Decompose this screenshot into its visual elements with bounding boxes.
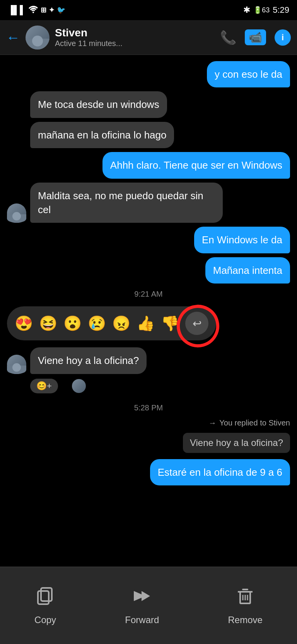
message-bubble[interactable]: Viene hoy a la oficina? <box>30 347 147 374</box>
contact-info[interactable]: Stiven Active 11 minutes... <box>55 27 215 48</box>
sim-icon: ⊞ <box>41 6 46 14</box>
message-row: mañana en la oficina lo hago <box>7 122 290 148</box>
svg-rect-0 <box>41 588 52 601</box>
message-row: En Windows le da <box>7 227 290 253</box>
call-icon[interactable]: 📞 <box>220 30 236 45</box>
signal-icon: ▐▌▌ <box>8 5 26 15</box>
chat-header: ← Stiven Active 11 minutes... 📞 📹 i <box>0 20 297 55</box>
reaction-angry[interactable]: 😠 <box>112 315 130 332</box>
battery-icon: 🔋63 <box>253 6 270 14</box>
message-row: Me toca desde un windows <box>7 91 290 118</box>
message-row: Ahhh claro. Tiene que ser en Windows <box>7 152 290 178</box>
extra-icon: ✦ <box>49 6 55 14</box>
emoji-plus-icon: 😊+ <box>36 381 52 391</box>
message-bubble[interactable]: y con eso le da <box>207 61 290 87</box>
message-bubble[interactable]: En Windows le da <box>194 227 290 253</box>
timestamp-bottom: 5:28 PM <box>7 403 290 412</box>
reaction-thumbsdown[interactable]: 👎 <box>161 315 179 332</box>
reply-icon: ↩ <box>193 317 201 330</box>
reaction-love[interactable]: 😍 <box>15 315 33 332</box>
sender-avatar <box>7 203 26 223</box>
status-bar: ▐▌▌ ⊞ ✦ 🐦 ✱ 🔋63 5:29 <box>0 0 297 20</box>
message-row: Mañana intenta <box>7 257 290 284</box>
reply-preview-row: Viene hoy a la oficina? <box>7 433 290 454</box>
video-call-icon[interactable]: 📹 <box>245 29 266 45</box>
reaction-wow[interactable]: 😮 <box>63 315 82 332</box>
forward-action[interactable]: Forward <box>125 586 159 625</box>
chat-area: y con eso le da Me toca desde un windows… <box>0 55 297 573</box>
contact-status: Active 11 minutes... <box>55 39 215 48</box>
trash-icon <box>235 586 256 611</box>
forward-icon <box>131 586 152 611</box>
wifi-icon <box>28 5 38 15</box>
message-row: Estaré en la oficina de 9 a 6 <box>7 459 290 485</box>
reaction-thumbsup[interactable]: 👍 <box>137 315 155 332</box>
reaction-laugh[interactable]: 😆 <box>39 315 57 332</box>
info-button[interactable]: i <box>275 29 291 46</box>
bottom-action-bar: Copy Forward Remove <box>0 567 297 644</box>
message-bubble[interactable]: Ahhh claro. Tiene que ser en Windows <box>102 152 290 178</box>
remove-label: Remove <box>228 615 263 625</box>
sender-avatar <box>7 355 26 374</box>
timestamp: 9:21 AM <box>7 290 290 299</box>
twitter-icon: 🐦 <box>57 6 65 14</box>
message-bubble[interactable]: Estaré en la oficina de 9 a 6 <box>150 459 290 485</box>
back-button[interactable]: ← <box>6 29 20 46</box>
message-row: y con eso le da <box>7 61 290 87</box>
emoji-add-row: 😊+ <box>30 379 290 393</box>
contact-name: Stiven <box>55 27 215 39</box>
message-row: Viene hoy a la oficina? <box>7 347 290 374</box>
message-bubble[interactable]: Mañana intenta <box>205 257 290 284</box>
quoted-message: Viene hoy a la oficina? <box>183 433 290 453</box>
copy-action[interactable]: Copy <box>34 586 56 625</box>
bluetooth-icon: ✱ <box>243 5 250 15</box>
reply-arrow-icon: → <box>208 419 216 427</box>
reply-indicator-text: You replied to Stiven <box>219 419 290 427</box>
svg-marker-3 <box>142 591 150 601</box>
header-actions: 📞 📹 i <box>220 29 291 46</box>
time-display: 5:29 <box>273 5 289 15</box>
message-row: Maldita sea, no me puedo quedar sin cel <box>7 183 290 223</box>
message-bubble[interactable]: Maldita sea, no me puedo quedar sin cel <box>30 183 223 223</box>
reaction-bar: 😍 😆 😮 😢 😠 👍 👎 ↩ <box>7 306 216 340</box>
message-bubble[interactable]: Me toca desde un windows <box>30 91 167 118</box>
small-avatar <box>72 379 86 393</box>
status-right: ✱ 🔋63 5:29 <box>243 5 289 15</box>
status-left: ▐▌▌ ⊞ ✦ 🐦 <box>8 5 65 15</box>
reaction-cry[interactable]: 😢 <box>88 315 106 332</box>
add-emoji-button[interactable]: 😊+ <box>30 379 58 393</box>
copy-label: Copy <box>34 615 56 625</box>
svg-rect-1 <box>38 591 49 604</box>
forward-label: Forward <box>125 615 159 625</box>
reply-button[interactable]: ↩ <box>185 312 208 335</box>
copy-icon <box>35 586 56 611</box>
remove-action[interactable]: Remove <box>228 586 263 625</box>
message-bubble[interactable]: mañana en la oficina lo hago <box>30 122 174 148</box>
contact-avatar[interactable] <box>26 26 50 50</box>
reply-indicator: → You replied to Stiven <box>7 419 290 427</box>
